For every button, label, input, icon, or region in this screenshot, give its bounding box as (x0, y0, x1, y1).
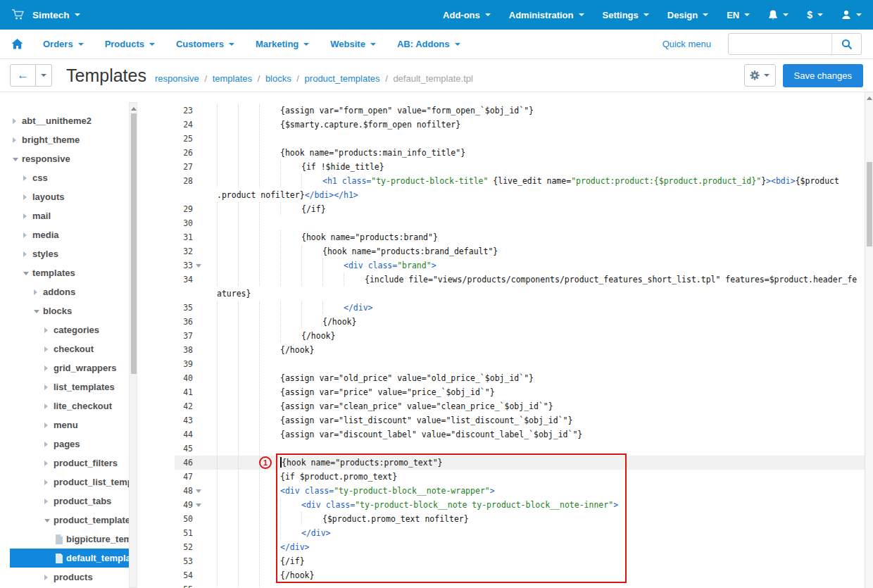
fold-arrow-icon[interactable] (196, 264, 201, 268)
code-row[interactable]: 34{include file="views/products/componen… (175, 273, 865, 287)
code-row[interactable]: .product nofilter}</bdi></h1> (175, 188, 865, 202)
tree-item-bright-theme[interactable]: bright_theme (10, 130, 129, 149)
code-row[interactable]: 45 (175, 442, 865, 456)
topbar-menu-settings[interactable]: Settings (603, 10, 649, 20)
search-button[interactable] (831, 34, 861, 54)
nav-item-orders[interactable]: Orders (43, 39, 84, 49)
fold-arrow-icon[interactable] (196, 503, 201, 507)
chevron-collapsed-icon[interactable] (44, 327, 54, 333)
editor-scrollbar-thumb[interactable] (867, 162, 872, 246)
chevron-collapsed-icon[interactable] (44, 384, 54, 390)
template-code-editor[interactable]: 23{assign var="form_open" value="form_op… (175, 92, 865, 588)
breadcrumb-link-blocks[interactable]: blocks (265, 73, 291, 84)
sidebar-scrollbar-thumb[interactable] (131, 113, 137, 374)
nav-item-marketing[interactable]: Marketing (256, 39, 309, 49)
chevron-expanded-icon[interactable] (44, 518, 54, 523)
code-row[interactable]: 40{assign var="old_price" value="old_pri… (175, 371, 865, 385)
nav-item-customers[interactable]: Customers (176, 39, 234, 49)
tree-item-addons[interactable]: addons (10, 282, 129, 301)
code-row[interactable]: 39 (175, 357, 865, 371)
tree-item-mail[interactable]: mail (10, 206, 129, 225)
code-line[interactable]: {assign var="list_discount" value="list_… (217, 413, 865, 427)
code-line[interactable]: {/if} (217, 554, 865, 568)
code-line[interactable]: .product nofilter}</bdi></h1> (217, 188, 865, 202)
code-row[interactable]: atures} (175, 287, 865, 301)
tree-item-styles[interactable]: styles (10, 244, 129, 263)
nav-item-products[interactable]: Products (105, 39, 155, 49)
chevron-collapsed-icon[interactable] (13, 118, 22, 124)
code-line[interactable]: {/hook} (217, 329, 865, 343)
code-row[interactable]: 48<div class="ty-product-block__note-wra… (175, 484, 865, 498)
code-line[interactable]: {include file="views/products/components… (217, 273, 865, 287)
tree-item-list-templates[interactable]: list_templates (10, 377, 129, 396)
tree-item-checkout[interactable]: checkout (10, 339, 129, 358)
tree-item-product-list-templates[interactable]: product_list_templates (10, 473, 129, 492)
settings-dropdown-button[interactable] (744, 64, 776, 87)
code-row[interactable]: 29{/if} (175, 202, 865, 216)
code-line[interactable] (217, 216, 865, 230)
home-icon[interactable] (11, 39, 23, 49)
code-line[interactable]: {$smarty.capture.$form_open nofilter} (217, 118, 865, 132)
code-line[interactable]: {hook name="products:brand"} (217, 230, 865, 244)
currency-menu[interactable]: $ (807, 9, 823, 20)
code-row[interactable]: 25 (175, 132, 865, 146)
code-row[interactable]: 54{/hook} (175, 568, 865, 582)
tree-item-layouts[interactable]: layouts (10, 187, 129, 206)
chevron-expanded-icon[interactable] (23, 270, 32, 275)
tree-item-css[interactable]: css (10, 168, 129, 187)
code-line[interactable] (217, 442, 865, 456)
breadcrumb-link-product-templates[interactable]: product_templates (305, 73, 380, 84)
code-row[interactable]: 55 (175, 582, 865, 588)
code-row[interactable]: 53{/if} (175, 554, 865, 568)
code-row[interactable]: 31{hook name="products:brand"} (175, 230, 865, 244)
storefront-menu[interactable]: Simtech (32, 10, 80, 20)
chevron-collapsed-icon[interactable] (13, 137, 22, 143)
chevron-collapsed-icon[interactable] (44, 461, 54, 466)
code-line[interactable]: </div> (217, 301, 865, 315)
chevron-collapsed-icon[interactable] (44, 480, 54, 485)
code-line[interactable] (217, 132, 865, 146)
code-line[interactable]: <div class="ty-product-block__note ty-pr… (217, 498, 865, 512)
code-line[interactable]: atures} (217, 287, 865, 301)
tree-item-product-tabs[interactable]: product_tabs (10, 492, 129, 511)
chevron-collapsed-icon[interactable] (44, 499, 54, 504)
code-row[interactable]: 23{assign var="form_open" value="form_op… (175, 104, 865, 118)
tree-item-pages[interactable]: pages (10, 434, 129, 453)
code-row[interactable]: 50{$product.promo_text nofilter} (175, 512, 865, 526)
search-input[interactable] (729, 34, 831, 54)
topbar-menu-design[interactable]: Design (667, 10, 708, 20)
chevron-collapsed-icon[interactable] (23, 232, 32, 238)
tree-item-media[interactable]: media (10, 225, 129, 244)
code-row[interactable]: 27{if !$hide_title} (175, 160, 865, 174)
chevron-collapsed-icon[interactable] (44, 404, 54, 409)
code-line[interactable]: <div class="brand"> (217, 258, 865, 273)
scroll-up-icon[interactable] (131, 107, 137, 111)
code-line[interactable]: {assign var="form_open" value="form_open… (217, 104, 865, 118)
chevron-collapsed-icon[interactable] (23, 194, 32, 200)
nav-item-website[interactable]: Website (330, 39, 376, 49)
back-button[interactable]: ← (10, 64, 36, 87)
tree-item-categories[interactable]: categories (10, 320, 129, 339)
chevron-collapsed-icon[interactable] (44, 423, 54, 428)
chevron-collapsed-icon[interactable] (34, 289, 43, 295)
tree-item-product-filters[interactable]: product_filters (10, 453, 129, 473)
code-row[interactable]: 24{$smarty.capture.$form_open nofilter} (175, 118, 865, 132)
code-line[interactable]: {if $product.promo_text} (217, 470, 865, 484)
code-line[interactable]: {/hook} (217, 343, 865, 357)
scroll-up-icon[interactable] (867, 96, 872, 100)
user-account-menu[interactable] (841, 10, 862, 20)
nav-item-ab-addons[interactable]: AB: Addons (397, 39, 460, 49)
sidebar-scrollbar[interactable] (129, 102, 137, 588)
code-line[interactable]: {/if} (217, 202, 865, 216)
topbar-menu-en[interactable]: EN (727, 10, 750, 20)
code-line[interactable]: </div> (217, 540, 865, 554)
chevron-collapsed-icon[interactable] (23, 213, 32, 219)
editor-scrollbar[interactable] (865, 92, 873, 588)
code-row[interactable]: 44{assign var="discount_label" value="di… (175, 427, 865, 442)
chevron-expanded-icon[interactable] (13, 156, 22, 161)
code-row[interactable]: 37{/hook} (175, 329, 865, 343)
code-line[interactable]: {if !$hide_title} (217, 160, 865, 174)
code-line[interactable]: {assign var="discount_label" value="disc… (217, 427, 865, 442)
code-line[interactable]: {/hook} (217, 315, 865, 329)
code-line[interactable]: <div class="ty-product-block__note-wrapp… (217, 484, 865, 498)
